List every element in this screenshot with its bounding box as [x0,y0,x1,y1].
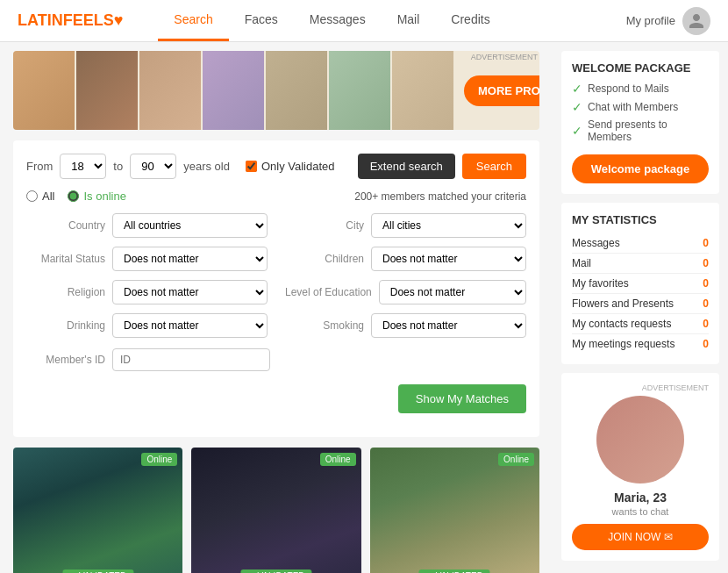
matched-text: 200+ members matched your criteria [354,190,526,203]
only-validated-checkbox[interactable] [246,161,257,172]
main-content: MORE PROFILES → ADVERTISEMENT From 18 to… [0,42,553,573]
nav-faces[interactable]: Faces [229,0,294,41]
banner-photos [13,51,453,130]
avatar [682,7,710,35]
city-filter: City All cities [285,213,526,238]
is-online-radio[interactable] [68,190,79,202]
stat-messages-count: 0 [703,237,709,249]
card-image-2: Online ✔VALIDATED [191,448,360,573]
children-filter: Children Does not matter [285,247,526,271]
stat-flowers-count: 0 [703,297,709,310]
sidebar-ad: ADVERTISEMENT Maria, 23 wants to chat JO… [561,373,719,561]
drinking-filter: Drinking Does not matter [26,313,268,338]
country-filter: Country All countries [26,213,268,238]
marital-filter: Marital Status Does not matter [26,247,268,271]
nav-mail[interactable]: Mail [382,0,436,41]
more-profiles-button[interactable]: MORE PROFILES → [464,75,539,106]
children-label: Children [285,253,364,265]
from-label: From [26,160,53,173]
drinking-select[interactable]: Does not matter [112,313,268,338]
nav-credits[interactable]: Credits [435,0,505,41]
profile-card-1[interactable]: Online ✔VALIDATED Katiuska, 34 [13,448,182,573]
show-matches-button[interactable]: Show My Matches [398,384,526,413]
main-layout: MORE PROFILES → ADVERTISEMENT From 18 to… [0,42,728,573]
welcome-item-1: ✓ Respond to Mails [572,82,709,96]
profile-card-2[interactable]: Online ✔VALIDATED Melitzza, 24 [191,448,360,573]
profile-card-3[interactable]: Online ✔VALIDATED Kairelis, 22 [370,448,539,573]
welcome-package-button[interactable]: Welcome package [572,154,709,183]
search-button[interactable]: Search [462,154,526,179]
validated-badge-2: ✔VALIDATED [240,569,311,573]
welcome-item-2: ✓ Chat with Members [572,100,709,114]
all-radio[interactable] [26,190,38,202]
join-now-button[interactable]: JOIN NOW ✉ [572,524,709,550]
to-label: to [113,160,123,173]
country-select[interactable]: All countries [112,213,268,238]
ad-person-desc: wants to chat [572,506,709,517]
all-radio-label[interactable]: All [26,190,54,203]
religion-filter: Religion Does not matter [26,280,268,304]
member-id-label: Member's ID [26,354,105,366]
nav-search[interactable]: Search [158,0,228,41]
banner: MORE PROFILES → ADVERTISEMENT [13,51,539,130]
banner-photo-6 [329,51,390,130]
search-form: From 18 to 90 years old Only Validated E… [13,140,539,437]
check-icon-3: ✓ [572,124,582,138]
nav-messages[interactable]: Messages [294,0,382,41]
stat-meetings-count: 0 [703,338,709,350]
logo: LATINFEELS♥ [18,11,123,30]
welcome-item-3: ✓ Send presents to Members [572,118,709,143]
validated-badge-1: ✔VALIDATED [62,569,133,573]
radio-row: All Is online 200+ members matched your … [26,190,526,203]
welcome-package-title: WELCOME PACKAGE [572,61,709,75]
is-online-radio-label[interactable]: Is online [68,190,125,203]
smoking-filter: Smoking Does not matter [285,313,526,338]
age-to-select[interactable]: 90 [130,154,176,179]
card-image-3: Online ✔VALIDATED [370,448,539,573]
profiles-row: Online ✔VALIDATED Katiuska, 34 Online ✔V… [13,448,539,573]
marital-select[interactable]: Does not matter [112,247,268,271]
stat-favorites-count: 0 [703,277,709,290]
banner-photo-7 [392,51,453,130]
city-select[interactable]: All cities [371,213,526,238]
religion-select[interactable]: Does not matter [112,280,268,304]
main-nav: Search Faces Messages Mail Credits [158,0,625,41]
smoking-label: Smoking [285,319,364,332]
online-badge-3: Online [498,453,534,466]
online-badge-1: Online [141,453,177,466]
statistics-section: MY STATISTICS Messages 0 Mail 0 My favor… [561,203,719,364]
banner-photo-4 [203,51,264,130]
country-label: Country [26,219,105,232]
smoking-select[interactable]: Does not matter [371,313,526,338]
check-icon-2: ✓ [572,100,582,114]
extend-search-button[interactable]: Extend search [358,154,455,179]
stat-mail: Mail 0 [572,254,709,274]
header: LATINFEELS♥ Search Faces Messages Mail C… [0,0,728,42]
age-from-select[interactable]: 18 [60,154,106,179]
my-profile-button[interactable]: My profile [626,7,710,35]
only-validated-label[interactable]: Only Validated [246,160,335,173]
city-label: City [285,219,364,232]
filter-grid: Country All countries City All cities Ma… [26,213,526,338]
banner-photo-2 [76,51,138,130]
ad-person-name: Maria, 23 [572,491,709,505]
online-badge-2: Online [320,453,356,466]
stat-contacts-count: 0 [703,318,709,330]
banner-photo-1 [13,51,75,130]
show-matches-row: Show My Matches [26,384,526,424]
ad-label: ADVERTISEMENT [471,53,538,61]
member-id-input[interactable] [112,348,270,371]
age-row: From 18 to 90 years old Only Validated E… [26,154,526,179]
banner-photo-3 [139,51,201,130]
years-label: years old [183,160,230,173]
card-image-1: Online ✔VALIDATED [13,448,182,573]
banner-photo-5 [266,51,327,130]
education-select[interactable]: Does not matter [379,280,526,304]
children-select[interactable]: Does not matter [371,247,526,271]
stat-messages: Messages 0 [572,233,709,254]
education-label: Level of Education [285,286,372,298]
stat-mail-count: 0 [703,257,709,269]
education-filter: Level of Education Does not matter [285,280,526,304]
welcome-package-section: WELCOME PACKAGE ✓ Respond to Mails ✓ Cha… [561,51,719,194]
ad-photo [596,396,684,483]
